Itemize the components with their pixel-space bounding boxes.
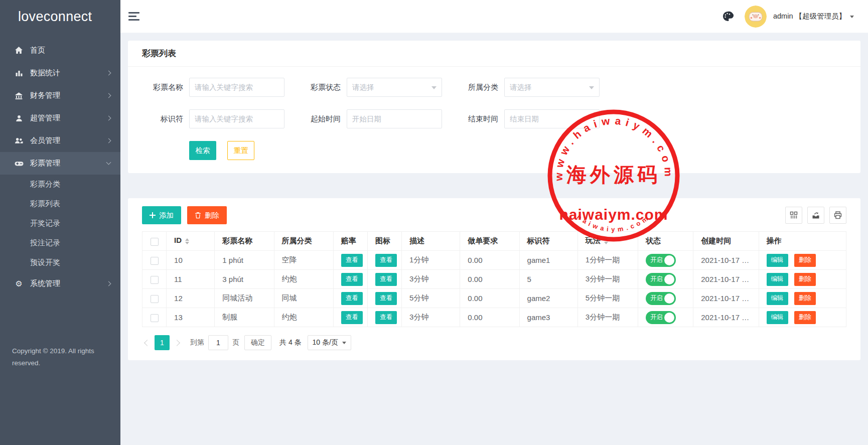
header-icon: 图标 [367,232,401,251]
toggle-knob [664,274,674,284]
edit-button[interactable]: 编辑 [767,292,788,305]
add-button[interactable]: 添加 [142,206,181,224]
cell-category: 约炮 [274,308,333,327]
delete-button[interactable]: 删除 [794,254,816,267]
status-toggle[interactable]: 开启 [646,292,676,305]
cell-name: 制服 [215,308,274,327]
odds-view-button[interactable]: 查看 [341,311,363,324]
odds-view-button[interactable]: 查看 [341,292,363,305]
delete-button[interactable]: 删除 [794,292,816,305]
sidebar-subitem-bet-records[interactable]: 投注记录 [0,233,120,253]
row-checkbox[interactable] [151,257,159,265]
end-date-field [504,109,600,128]
header-status: 状态 [638,232,693,251]
status-toggle[interactable]: 开启 [646,254,676,267]
sidebar-item-lottery[interactable]: 彩票管理 [0,152,120,175]
edit-button[interactable]: 编辑 [767,273,788,286]
table-card: 添加 删除 [128,198,860,360]
header-order-req: 做单要求 [460,232,519,251]
sidebar-item-home[interactable]: 首页 [0,39,120,62]
status-toggle[interactable]: 开启 [646,311,676,324]
search-button[interactable]: 检索 [189,141,216,160]
identifier-input[interactable] [195,115,279,123]
sidebar-subitem-lottery-category[interactable]: 彩票分类 [0,175,120,194]
chevron-right-icon [106,281,111,286]
cell-play: 3分钟一期 [577,270,638,289]
sidebar-item-finance[interactable]: 财务管理 [0,84,120,107]
sidebar-item-label: 超管管理 [30,113,107,123]
bulk-delete-button[interactable]: 删除 [187,206,227,224]
row-checkbox[interactable] [151,276,159,284]
sort-icon[interactable] [185,236,189,246]
per-page-select[interactable]: 10 条/页 [308,335,351,350]
sidebar-item-statistics[interactable]: 数据统计 [0,62,120,84]
odds-view-button[interactable]: 查看 [341,254,363,267]
next-page-icon[interactable] [174,340,180,346]
icon-view-button[interactable]: 查看 [375,273,397,286]
export-icon [811,211,820,220]
cell-desc: 3分钟 [402,308,460,327]
chevron-right-icon [106,71,111,76]
category-select[interactable]: 请选择 [504,78,600,97]
cell-category: 约炮 [274,270,333,289]
goto-confirm-button[interactable]: 确定 [244,335,271,350]
header-identifier: 标识符 [519,232,577,251]
sidebar-item-label: 首页 [30,46,110,55]
cell-order-req: 0.00 [460,270,519,289]
admin-dropdown[interactable]: admin 【超级管理员】 [773,12,854,21]
sidebar-subitem-draw-records[interactable]: 开奖记录 [0,214,120,233]
menu-toggle-icon[interactable] [128,8,139,25]
icon-view-button[interactable]: 查看 [375,292,397,305]
reset-button[interactable]: 重置 [227,141,254,160]
sidebar-item-members[interactable]: 会员管理 [0,129,120,152]
edit-button[interactable]: 编辑 [767,311,788,324]
cell-id: 12 [167,289,215,308]
lottery-status-select[interactable]: 请选择 [347,78,442,97]
cell-play: 1分钟一期 [577,251,638,270]
goto-prefix-label: 到第 [190,338,204,347]
user-avatar[interactable] [745,6,767,28]
current-page-button[interactable]: 1 [155,335,170,350]
header-created: 创建时间 [693,232,759,251]
status-toggle[interactable]: 开启 [646,273,676,286]
user-icon [14,113,24,123]
table-body: 10 1 phút 空降 查看 查看 1分钟 0.00 game1 1分钟一期 … [142,251,846,327]
caret-down-icon [850,16,854,20]
filter-card: 彩票列表 彩票名称 彩票状态 请选择 [128,41,860,173]
table-row: 10 1 phút 空降 查看 查看 1分钟 0.00 game1 1分钟一期 … [142,251,846,270]
field-label: 彩票状态 [305,83,341,92]
sidebar-subitem-lottery-list[interactable]: 彩票列表 [0,194,120,214]
lottery-name-input[interactable] [195,83,279,91]
row-checkbox[interactable] [151,295,159,303]
sidebar-item-system[interactable]: ⚙ 系统管理 [0,272,120,295]
sidebar-item-superadmin[interactable]: 超管管理 [0,107,120,129]
sidebar-item-label: 财务管理 [30,91,107,100]
theme-palette-icon[interactable] [722,11,734,22]
edit-button[interactable]: 编辑 [767,254,788,267]
start-date-input[interactable] [352,115,437,123]
sidebar-subitem-preset-draw[interactable]: 预设开奖 [0,253,120,272]
icon-view-button[interactable]: 查看 [375,311,397,324]
cell-identifier: game1 [519,251,577,270]
bar-chart-icon [14,68,24,78]
delete-button[interactable]: 删除 [794,273,816,286]
odds-view-button[interactable]: 查看 [341,273,363,286]
cell-desc: 1分钟 [402,251,460,270]
cell-order-req: 0.00 [460,308,519,327]
delete-button[interactable]: 删除 [794,311,816,324]
export-button[interactable] [807,207,824,224]
end-date-input[interactable] [510,115,594,123]
cell-play: 3分钟一期 [577,308,638,327]
prev-page-icon[interactable] [144,340,151,346]
goto-page-input[interactable] [208,335,228,350]
main-area: admin 【超级管理员】 彩票列表 彩票名称 彩票状态 [120,0,868,445]
cell-identifier: game2 [519,289,577,308]
row-checkbox[interactable] [151,314,159,322]
sort-icon[interactable] [604,236,608,246]
columns-filter-button[interactable] [785,207,802,224]
select-all-checkbox[interactable] [151,238,159,246]
print-button[interactable] [829,207,846,224]
icon-view-button[interactable]: 查看 [375,254,397,267]
cell-desc: 5分钟 [402,289,460,308]
toggle-knob [664,313,674,323]
